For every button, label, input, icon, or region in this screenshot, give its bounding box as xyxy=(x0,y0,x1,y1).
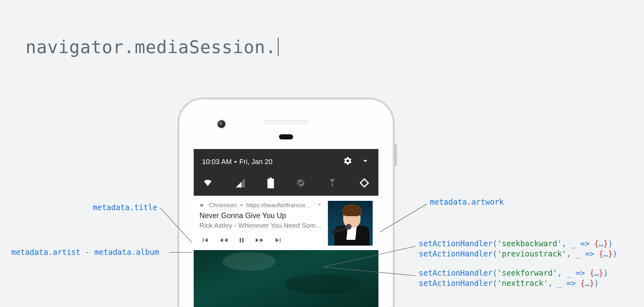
media-title: Never Gonna Give You Up xyxy=(199,210,323,221)
settings-gear-icon[interactable] xyxy=(343,156,352,167)
notification-shade-header: 10:03 AM • Fri, Jan 20 xyxy=(194,149,378,172)
volume-icon xyxy=(199,202,206,209)
cellular-icon[interactable] xyxy=(235,177,246,188)
status-time: 10:03 AM xyxy=(202,158,232,166)
handler-line: setActionHandler('seekbackward', _ => {…… xyxy=(419,239,617,248)
svg-rect-0 xyxy=(267,178,274,188)
media-artist: Rick Astley xyxy=(199,222,232,229)
media-subtitle: Rick Astley - Whenever You Need Somebo.. xyxy=(199,222,323,230)
sensor-icon xyxy=(279,134,293,139)
media-sep: - xyxy=(232,222,238,229)
handler-line: setActionHandler('previoustrack', _ => {… xyxy=(419,249,617,258)
notification-collapse-icon[interactable] xyxy=(316,201,323,209)
previous-track-button[interactable] xyxy=(201,236,209,245)
label-metadata-album: metadata.album xyxy=(94,248,159,257)
notification-app: Chromium xyxy=(209,202,237,209)
label-metadata-artwork: metadata.artwork xyxy=(430,198,504,207)
cursor-icon xyxy=(278,38,279,56)
flashlight-off-icon[interactable] xyxy=(328,177,337,188)
origin-dot: • xyxy=(240,202,243,209)
media-notification: Chromium • https://beaufortfrancois.gith… xyxy=(194,196,378,250)
handlers-bottom: setActionHandler('seekforward', _ => {…}… xyxy=(419,269,608,288)
api-title: navigator.mediaSession. xyxy=(26,37,279,57)
status-dot: • xyxy=(234,158,237,166)
api-title-text: navigator.mediaSession. xyxy=(26,37,276,57)
wallpaper xyxy=(194,250,378,307)
phone-screen: 10:03 AM • Fri, Jan 20 xyxy=(194,149,378,307)
notification-url: https://beaufortfrancois.githu.. xyxy=(246,202,313,209)
handlers-top: setActionHandler('seekbackward', _ => {…… xyxy=(419,239,617,258)
status-date: Fri, Jan 20 xyxy=(239,158,273,166)
label-metadata-title: metadata.title xyxy=(93,203,157,212)
notification-origin: Chromium • https://beaufortfrancois.gith… xyxy=(199,201,323,209)
phone-inner: 10:03 AM • Fri, Jan 20 xyxy=(184,104,388,307)
next-track-button[interactable] xyxy=(274,236,283,245)
auto-rotate-icon[interactable] xyxy=(359,177,370,189)
handler-line: setActionHandler('nexttrack', _ => {…}) xyxy=(419,279,608,288)
handler-line: setActionHandler('seekforward', _ => {…}… xyxy=(419,269,608,278)
media-controls xyxy=(199,231,323,246)
seek-backward-button[interactable] xyxy=(219,236,228,245)
media-artwork xyxy=(328,201,373,246)
label-dash: - xyxy=(85,248,94,257)
label-metadata-artist: metadata.artist xyxy=(11,248,81,257)
phone-frame: 10:03 AM • Fri, Jan 20 xyxy=(177,98,395,307)
quick-settings-row xyxy=(194,172,378,196)
svg-rect-1 xyxy=(269,177,272,179)
camera-icon xyxy=(218,120,225,128)
label-artist-album: metadata.artist - metadata.album xyxy=(11,248,159,257)
pause-button[interactable] xyxy=(238,236,245,245)
speaker-icon xyxy=(264,120,308,124)
media-album: Whenever You Need Somebo.. xyxy=(238,222,323,229)
dnd-off-icon[interactable] xyxy=(295,177,306,188)
collapse-chevron-icon[interactable] xyxy=(361,156,370,168)
seek-forward-button[interactable] xyxy=(255,236,265,245)
battery-icon[interactable] xyxy=(267,177,274,188)
wifi-icon[interactable] xyxy=(202,177,213,189)
phone-top-hardware xyxy=(184,104,388,143)
